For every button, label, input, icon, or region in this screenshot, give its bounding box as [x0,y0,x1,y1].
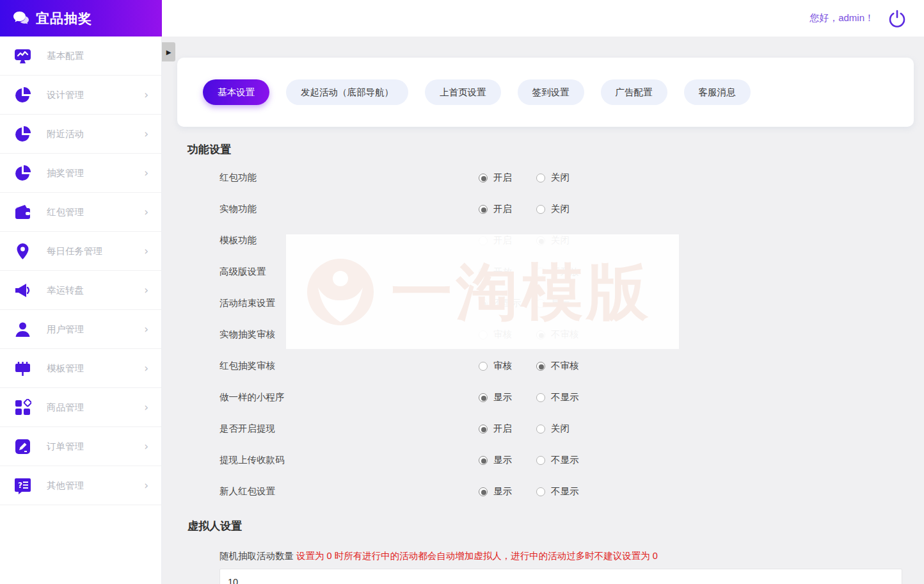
radio-option[interactable]: 不显示 [536,454,594,466]
radio-option-label: 显示 [493,454,512,466]
sidebar-item-basic-config[interactable]: 基本配置 [0,36,161,76]
radio-option[interactable]: 不显示 [536,485,594,498]
setting-row-label: 提现上传收款码 [219,454,479,466]
sidebar-item-order[interactable]: 订单管理› [0,427,161,466]
tab-label: 上首页设置 [440,86,486,99]
radio-selected-icon[interactable] [536,362,545,371]
radio-selected-icon[interactable] [479,487,488,496]
radio-option-label: 不审核 [551,328,579,341]
radio-option-label: 开启 [493,234,512,247]
sidebar-item-daily-task[interactable]: 每日任务管理› [0,232,161,271]
radio-unselected-icon[interactable] [536,268,545,277]
radio-option[interactable]: 关闭 [536,234,594,247]
tab-signin[interactable]: 签到设置 [518,79,584,105]
radio-group: 开启关闭 [479,172,594,184]
radio-selected-icon[interactable] [479,393,488,402]
radio-option-label: 不显示 [551,391,579,403]
sidebar-item-user[interactable]: 用户管理› [0,310,161,349]
radio-option[interactable]: 不审核 [536,328,594,341]
radio-option[interactable]: 显示 [479,454,536,466]
radio-unselected-icon[interactable] [479,236,488,245]
setting-row: 新人红包设置显示不显示 [187,476,902,507]
radio-unselected-icon[interactable] [536,456,545,465]
radio-unselected-icon[interactable] [479,330,488,339]
setting-row-label: 活动结束设置 [219,297,479,309]
radio-unselected-icon[interactable] [536,425,545,434]
collapse-arrow-icon: ▶ [166,49,171,56]
radio-selected-icon[interactable] [479,425,488,434]
setting-row: 模板功能开启关闭 [187,225,902,256]
tab-service[interactable]: 客服消息 [684,79,751,105]
radio-selected-icon[interactable] [479,299,488,308]
radio-unselected-icon[interactable] [536,299,545,308]
radio-option[interactable]: 显示 [479,391,536,403]
radio-option[interactable]: 显示 [536,297,594,309]
radio-selected-icon[interactable] [536,330,545,339]
sidebar-collapse-button[interactable]: ▶ [162,42,175,61]
radio-unselected-icon[interactable] [536,393,545,402]
radio-option[interactable]: 关闭 [536,203,594,215]
radio-option[interactable]: 关闭 [536,172,594,184]
radio-selected-icon[interactable] [479,456,488,465]
radio-option[interactable]: 不开放 [536,266,594,278]
logout-button[interactable] [887,8,907,29]
tab-label: 广告配置 [616,86,653,99]
sidebar-item-label: 基本配置 [47,50,148,62]
main-area: ▶ 基本设置发起活动（底部导航）上首页设置签到设置广告配置客服消息 功能设置 红… [162,36,924,584]
sidebar-item-template[interactable]: 模板管理› [0,349,161,388]
virtual-count-input[interactable] [219,569,902,584]
setting-row-label: 红包抽奖审核 [219,360,479,372]
setting-row: 实物功能开启关闭 [187,193,902,225]
sidebar-item-redpacket[interactable]: 红包管理› [0,193,161,232]
pie-icon [14,126,31,143]
radio-option[interactable]: 开放 [479,266,536,278]
tab-label: 签到设置 [532,86,570,99]
sidebar-item-design[interactable]: 设计管理› [0,76,161,115]
setting-row: 高级版设置开放不开放 [187,256,902,288]
sidebar-item-goods[interactable]: 商品管理› [0,388,161,427]
setting-row: 是否开启提现开启关闭 [187,413,902,444]
radio-option-label: 不显示 [551,485,579,498]
radio-selected-icon[interactable] [479,268,488,277]
radio-option[interactable]: 审核 [479,360,536,372]
radio-option[interactable]: 开启 [479,203,536,215]
radio-selected-icon[interactable] [479,174,488,182]
svg-text:?: ? [18,481,22,490]
radio-option[interactable]: 开启 [479,234,536,247]
radio-group: 开启关闭 [479,203,594,215]
sidebar-item-label: 附近活动 [47,128,144,140]
radio-option[interactable]: 不显示 [479,297,536,309]
sidebar-item-other[interactable]: ?其他管理› [0,466,161,505]
radio-selected-icon[interactable] [479,205,488,214]
sidebar-item-lucky-wheel[interactable]: 幸运转盘› [0,271,161,310]
radio-unselected-icon[interactable] [536,205,545,214]
sidebar-item-nearby[interactable]: 附近活动› [0,115,161,154]
radio-option[interactable]: 显示 [479,485,536,498]
tab-basic[interactable]: 基本设置 [203,79,269,105]
radio-unselected-icon[interactable] [536,487,545,496]
chevron-right-icon: › [144,440,148,453]
radio-unselected-icon[interactable] [536,174,545,182]
chevron-right-icon: › [144,245,148,257]
radio-option[interactable]: 关闭 [536,423,594,435]
sidebar-item-label: 幸运转盘 [47,284,144,296]
radio-selected-icon[interactable] [536,236,545,245]
setting-row-label: 实物抽奖审核 [219,328,479,341]
setting-row: 做一样的小程序显示不显示 [187,382,902,413]
radio-group: 开启关闭 [479,234,594,247]
radio-option[interactable]: 开启 [479,423,536,435]
virtual-field-note: 设置为 0 时所有进行中的活动都会自动增加虚拟人，进行中的活动过多时不建议设置为… [296,551,658,561]
setting-row-label: 是否开启提现 [219,423,479,435]
chevron-right-icon: › [144,127,148,140]
radio-unselected-icon[interactable] [479,362,488,371]
sidebar-item-lottery[interactable]: 抽奖管理› [0,154,161,193]
radio-option-label: 审核 [493,328,512,341]
tab-launch[interactable]: 发起活动（底部导航） [286,79,408,105]
radio-option-label: 开启 [493,423,512,435]
radio-option[interactable]: 不审核 [536,360,594,372]
radio-option[interactable]: 开启 [479,172,536,184]
tab-homepage[interactable]: 上首页设置 [425,79,501,105]
tab-ad[interactable]: 广告配置 [601,79,667,105]
radio-option[interactable]: 不显示 [536,391,594,403]
radio-option[interactable]: 审核 [479,328,536,341]
